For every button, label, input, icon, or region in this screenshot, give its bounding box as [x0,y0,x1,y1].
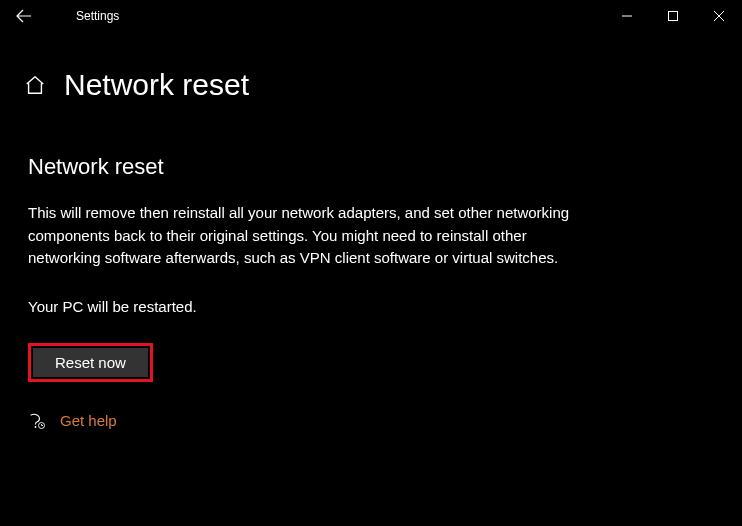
home-button[interactable] [24,74,46,96]
reset-now-button[interactable]: Reset now [33,348,148,377]
window-controls [604,0,742,32]
page-title: Network reset [64,68,249,102]
svg-point-4 [35,426,37,428]
maximize-icon [668,11,678,21]
maximize-button[interactable] [650,0,696,32]
window-title: Settings [76,9,119,23]
minimize-icon [622,11,632,21]
back-button[interactable] [0,0,48,32]
reset-button-highlight: Reset now [28,343,153,382]
description-text: This will remove then reinstall all your… [28,202,598,270]
titlebar: Settings [0,0,742,32]
content-area: Network reset This will remove then rein… [0,102,742,430]
help-link-label: Get help [60,412,117,429]
minimize-button[interactable] [604,0,650,32]
home-icon [24,74,46,96]
get-help-link[interactable]: Get help [28,412,714,430]
svg-rect-1 [669,12,678,21]
close-icon [714,11,724,21]
restart-note: Your PC will be restarted. [28,298,714,315]
close-button[interactable] [696,0,742,32]
page-header: Network reset [0,32,742,102]
section-heading: Network reset [28,154,714,180]
back-arrow-icon [16,8,32,24]
help-icon [28,412,46,430]
